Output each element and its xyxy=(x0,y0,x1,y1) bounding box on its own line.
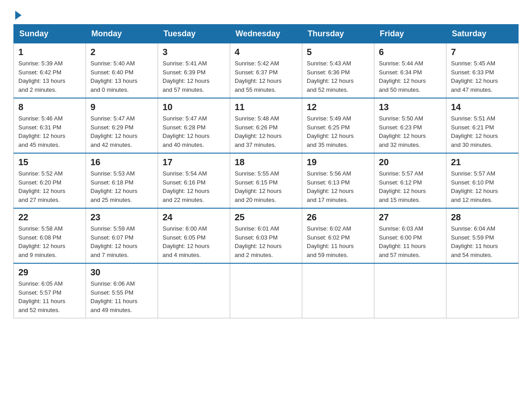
calendar-cell: 16Sunrise: 5:53 AMSunset: 6:18 PMDayligh… xyxy=(86,153,158,208)
day-info: Sunrise: 5:41 AMSunset: 6:39 PMDaylight:… xyxy=(163,59,225,94)
day-number: 12 xyxy=(307,102,369,112)
header-thursday: Thursday xyxy=(302,25,374,43)
logo-arrow-icon xyxy=(15,11,21,20)
calendar-cell: 14Sunrise: 5:51 AMSunset: 6:21 PMDayligh… xyxy=(446,98,519,153)
day-info: Sunrise: 5:56 AMSunset: 6:13 PMDaylight:… xyxy=(307,169,369,204)
day-info: Sunrise: 5:55 AMSunset: 6:15 PMDaylight:… xyxy=(235,169,297,204)
calendar-cell: 29Sunrise: 6:05 AMSunset: 5:57 PMDayligh… xyxy=(14,263,86,318)
day-info: Sunrise: 5:57 AMSunset: 6:10 PMDaylight:… xyxy=(451,169,514,204)
day-number: 30 xyxy=(90,267,153,278)
calendar-cell: 20Sunrise: 5:57 AMSunset: 6:12 PMDayligh… xyxy=(374,153,446,208)
day-number: 9 xyxy=(90,102,153,112)
day-number: 8 xyxy=(18,102,81,112)
day-info: Sunrise: 5:51 AMSunset: 6:21 PMDaylight:… xyxy=(451,114,514,149)
calendar-cell: 25Sunrise: 6:01 AMSunset: 6:03 PMDayligh… xyxy=(230,208,302,263)
day-number: 16 xyxy=(90,157,153,167)
day-info: Sunrise: 6:03 AMSunset: 6:00 PMDaylight:… xyxy=(379,224,442,259)
day-info: Sunrise: 5:43 AMSunset: 6:36 PMDaylight:… xyxy=(307,59,369,94)
day-info: Sunrise: 5:39 AMSunset: 6:42 PMDaylight:… xyxy=(18,59,81,94)
day-info: Sunrise: 5:45 AMSunset: 6:33 PMDaylight:… xyxy=(451,59,514,94)
logo xyxy=(13,9,21,20)
day-number: 27 xyxy=(379,212,442,223)
day-info: Sunrise: 6:02 AMSunset: 6:02 PMDaylight:… xyxy=(307,224,369,259)
calendar-cell xyxy=(446,263,519,318)
day-info: Sunrise: 5:59 AMSunset: 6:07 PMDaylight:… xyxy=(90,224,153,259)
day-number: 22 xyxy=(18,212,81,223)
calendar-cell: 23Sunrise: 5:59 AMSunset: 6:07 PMDayligh… xyxy=(86,208,158,263)
calendar-cell: 5Sunrise: 5:43 AMSunset: 6:36 PMDaylight… xyxy=(302,43,374,98)
day-info: Sunrise: 5:44 AMSunset: 6:34 PMDaylight:… xyxy=(379,59,442,94)
calendar-cell: 4Sunrise: 5:42 AMSunset: 6:37 PMDaylight… xyxy=(230,43,302,98)
page-header xyxy=(13,9,519,20)
calendar-cell: 9Sunrise: 5:47 AMSunset: 6:29 PMDaylight… xyxy=(86,98,158,153)
day-info: Sunrise: 6:05 AMSunset: 5:57 PMDaylight:… xyxy=(18,279,81,314)
day-number: 19 xyxy=(307,157,369,167)
header-saturday: Saturday xyxy=(446,25,519,43)
week-row-1: 1Sunrise: 5:39 AMSunset: 6:42 PMDaylight… xyxy=(14,43,519,98)
day-number: 10 xyxy=(163,102,225,112)
day-number: 15 xyxy=(18,157,81,167)
day-info: Sunrise: 5:47 AMSunset: 6:28 PMDaylight:… xyxy=(163,114,225,149)
header-wednesday: Wednesday xyxy=(230,25,302,43)
day-info: Sunrise: 6:04 AMSunset: 5:59 PMDaylight:… xyxy=(451,224,514,259)
day-info: Sunrise: 6:00 AMSunset: 6:05 PMDaylight:… xyxy=(163,224,225,259)
header-friday: Friday xyxy=(374,25,446,43)
day-number: 24 xyxy=(163,212,225,223)
day-number: 7 xyxy=(451,47,514,57)
week-row-3: 15Sunrise: 5:52 AMSunset: 6:20 PMDayligh… xyxy=(14,153,519,208)
calendar-cell: 12Sunrise: 5:49 AMSunset: 6:25 PMDayligh… xyxy=(302,98,374,153)
calendar-cell: 11Sunrise: 5:48 AMSunset: 6:26 PMDayligh… xyxy=(230,98,302,153)
calendar-cell: 2Sunrise: 5:40 AMSunset: 6:40 PMDaylight… xyxy=(86,43,158,98)
calendar-cell: 26Sunrise: 6:02 AMSunset: 6:02 PMDayligh… xyxy=(302,208,374,263)
calendar-cell: 17Sunrise: 5:54 AMSunset: 6:16 PMDayligh… xyxy=(158,153,230,208)
day-number: 23 xyxy=(90,212,153,223)
calendar-cell: 13Sunrise: 5:50 AMSunset: 6:23 PMDayligh… xyxy=(374,98,446,153)
day-number: 26 xyxy=(307,212,369,223)
calendar-cell: 15Sunrise: 5:52 AMSunset: 6:20 PMDayligh… xyxy=(14,153,86,208)
day-info: Sunrise: 6:01 AMSunset: 6:03 PMDaylight:… xyxy=(235,224,297,259)
day-number: 13 xyxy=(379,102,442,112)
calendar-cell xyxy=(230,263,302,318)
day-number: 21 xyxy=(451,157,514,167)
day-number: 14 xyxy=(451,102,514,112)
header-monday: Monday xyxy=(86,25,158,43)
day-info: Sunrise: 5:58 AMSunset: 6:08 PMDaylight:… xyxy=(18,224,81,259)
day-info: Sunrise: 5:50 AMSunset: 6:23 PMDaylight:… xyxy=(379,114,442,149)
day-number: 28 xyxy=(451,212,514,223)
day-info: Sunrise: 6:06 AMSunset: 5:55 PMDaylight:… xyxy=(90,279,153,314)
day-number: 5 xyxy=(307,47,369,57)
calendar-cell: 19Sunrise: 5:56 AMSunset: 6:13 PMDayligh… xyxy=(302,153,374,208)
calendar-cell: 3Sunrise: 5:41 AMSunset: 6:39 PMDaylight… xyxy=(158,43,230,98)
day-number: 6 xyxy=(379,47,442,57)
day-number: 3 xyxy=(163,47,225,57)
day-info: Sunrise: 5:40 AMSunset: 6:40 PMDaylight:… xyxy=(90,59,153,94)
calendar-cell xyxy=(158,263,230,318)
day-info: Sunrise: 5:48 AMSunset: 6:26 PMDaylight:… xyxy=(235,114,297,149)
day-info: Sunrise: 5:53 AMSunset: 6:18 PMDaylight:… xyxy=(90,169,153,204)
day-number: 1 xyxy=(18,47,81,57)
week-row-4: 22Sunrise: 5:58 AMSunset: 6:08 PMDayligh… xyxy=(14,208,519,263)
calendar-cell: 1Sunrise: 5:39 AMSunset: 6:42 PMDaylight… xyxy=(14,43,86,98)
calendar-cell: 6Sunrise: 5:44 AMSunset: 6:34 PMDaylight… xyxy=(374,43,446,98)
calendar-cell: 8Sunrise: 5:46 AMSunset: 6:31 PMDaylight… xyxy=(14,98,86,153)
calendar-cell: 21Sunrise: 5:57 AMSunset: 6:10 PMDayligh… xyxy=(446,153,519,208)
week-row-5: 29Sunrise: 6:05 AMSunset: 5:57 PMDayligh… xyxy=(14,263,519,318)
header-tuesday: Tuesday xyxy=(158,25,230,43)
calendar-cell: 18Sunrise: 5:55 AMSunset: 6:15 PMDayligh… xyxy=(230,153,302,208)
day-number: 18 xyxy=(235,157,297,167)
day-info: Sunrise: 5:52 AMSunset: 6:20 PMDaylight:… xyxy=(18,169,81,204)
calendar-cell: 10Sunrise: 5:47 AMSunset: 6:28 PMDayligh… xyxy=(158,98,230,153)
day-number: 17 xyxy=(163,157,225,167)
calendar-cell: 30Sunrise: 6:06 AMSunset: 5:55 PMDayligh… xyxy=(86,263,158,318)
day-info: Sunrise: 5:46 AMSunset: 6:31 PMDaylight:… xyxy=(18,114,81,149)
day-info: Sunrise: 5:49 AMSunset: 6:25 PMDaylight:… xyxy=(307,114,369,149)
day-number: 29 xyxy=(18,267,81,278)
day-info: Sunrise: 5:42 AMSunset: 6:37 PMDaylight:… xyxy=(235,59,297,94)
calendar-cell xyxy=(374,263,446,318)
day-info: Sunrise: 5:57 AMSunset: 6:12 PMDaylight:… xyxy=(379,169,442,204)
calendar-cell: 22Sunrise: 5:58 AMSunset: 6:08 PMDayligh… xyxy=(14,208,86,263)
calendar-cell: 27Sunrise: 6:03 AMSunset: 6:00 PMDayligh… xyxy=(374,208,446,263)
day-info: Sunrise: 5:47 AMSunset: 6:29 PMDaylight:… xyxy=(90,114,153,149)
day-number: 20 xyxy=(379,157,442,167)
day-number: 2 xyxy=(90,47,153,57)
